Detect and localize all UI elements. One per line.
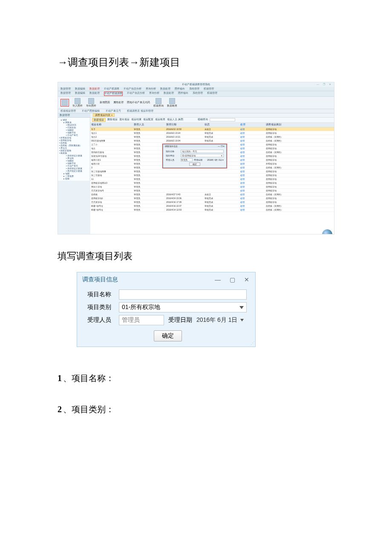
ribbon-group[interactable]: 新增图层 [100, 101, 110, 104]
ribbon-group[interactable]: 导入图件 [72, 98, 83, 107]
project-name-input[interactable] [119, 289, 247, 300]
toolbar-btn[interactable]: 项目配置 [143, 118, 153, 122]
col-date: 受理日期 [165, 123, 204, 127]
ribbon-group[interactable]: 数据检查 [167, 98, 177, 107]
table-row[interactable]: 地主2管理员2016/6/2 10:21审批完成处理自然栋（实测性） [90, 135, 334, 139]
close-icon[interactable]: ✕ [328, 83, 331, 86]
name-input[interactable]: 地主家的一号宅 [181, 150, 224, 153]
ribbon-group[interactable]: 导出图件 [86, 98, 96, 107]
toolbar-btn[interactable]: 退出项目 [119, 118, 130, 122]
tab[interactable]: 数据管理 [61, 87, 71, 90]
list-item-2: 2、项目类别： [58, 404, 334, 415]
query-icon [156, 98, 161, 104]
minimize-icon[interactable]: — [316, 83, 320, 86]
tab[interactable]: 不动产信息分析 [124, 87, 141, 90]
toolbar-btn[interactable]: 项目人员 换图 [167, 118, 183, 122]
window-controls[interactable]: — ▢ ✕ [214, 276, 250, 283]
dlg-win-btns[interactable]: — ❐ ✕ [218, 145, 225, 147]
table-row[interactable]: 自然栋管理员2016/4/27 0:43未提交处理自然栋（实测性） [90, 193, 334, 197]
tab[interactable]: 数据处理 [160, 87, 170, 90]
toolbar-btn[interactable]: 项目检查 [155, 118, 165, 122]
tab[interactable]: 数据处理 [164, 92, 174, 95]
table-row[interactable]: 使用权宗地测试3管理员处理使用权宗地 [90, 181, 334, 185]
tab[interactable]: 查询分析 [146, 87, 156, 90]
table-row[interactable]: 元元家宗地号管理员处理使用权宗地 [90, 189, 334, 193]
tab[interactable]: 图件输出 [178, 92, 188, 95]
date-label: 受理日期 [168, 316, 194, 324]
tab[interactable]: 数据处理 [89, 92, 100, 95]
table-row[interactable]: 车子管理员2016/6/22 10:50未提交处理使用权宗地 [90, 127, 334, 131]
tab[interactable]: 不动产权调查 [104, 87, 119, 90]
ok-button[interactable]: 确定 [154, 330, 182, 341]
tab[interactable]: 查询分析 [149, 92, 159, 95]
table-row[interactable]: 元元家宗地管理员2016/4/16 17:39审批完成处理使用权宗地 [90, 200, 334, 204]
ribbon-tabs-row2[interactable]: 数据管理 数据编辑 数据处理 不动产权籍调查 不动产信息分析 查询分析 数据处理… [58, 91, 334, 96]
table-row[interactable]: 测试小宗地管理员处理使用权宗地 [90, 185, 334, 189]
table-row[interactable]: 张三宅基地测量管理员处理使用权宗地 [90, 170, 334, 173]
ribbon-label: 新增图层 [100, 101, 110, 104]
tab[interactable]: 系统管理 [193, 92, 203, 95]
table-row[interactable]: 11管理员处理使用权宗地 [90, 177, 334, 181]
ribbon-group[interactable]: 权籍查询 [153, 98, 164, 107]
list-toolbar[interactable]: 新建项目 删除项目 退出项目 项目结束 项目配置 项目检查 项目人员 换图 模糊… [90, 118, 334, 123]
table-row[interactable]: 使用权宗地1管理员2016/4/24 23:36审批完成处理使用权宗地 [90, 197, 334, 200]
table-row[interactable]: 张三宅基地管理员处理使用权宗地 [90, 173, 334, 177]
arrow-right-icon: → [58, 56, 68, 68]
main-table-area: 调查项目列表 × 新建项目 删除项目 退出项目 项目结束 项目配置 项目检查 项… [90, 113, 334, 234]
lbl: 项目类别 [166, 154, 179, 157]
table-row[interactable]: 蜂蜜-地/号址管理员2016/4/16 22:37审批完成处理自然栋（实测性） [90, 204, 334, 208]
date-picker[interactable]: 2016年 6月 1日 [196, 316, 244, 324]
new-project-dialog-mini[interactable]: 调查项目信息— ❐ ✕ 项目名称地主家的一号宅 项目类别02-使用权宗地▾ 受理… [163, 144, 227, 168]
arrow-right-icon: → [129, 56, 139, 68]
minimize-icon[interactable]: — [214, 276, 221, 283]
tab[interactable]: 数据管理 [61, 92, 71, 95]
search-input[interactable] [210, 118, 235, 121]
sub-tab[interactable]: 权籍项目管理 [61, 110, 76, 113]
table-row[interactable]: 蜂蜜-地/号址管理员2016/4/14 12:53审批完成处理自然栋（实测性） [90, 208, 334, 212]
doc-tabstrip[interactable]: 调查项目列表 × [90, 113, 334, 118]
tab[interactable]: 权籍管理 [204, 87, 214, 90]
maximize-icon[interactable]: ❐ [322, 83, 326, 86]
date-value[interactable]: 2016年 6月 3日 ▾ [207, 159, 224, 161]
tab-active-highlight[interactable]: 不动产权籍调查 [104, 92, 123, 95]
table-row[interactable]: 蜂蜜-老宅地实测管理员2016/4/14 11:47审批完成处理使用权宗地 [90, 212, 334, 213]
ok-button[interactable]: 确定 [189, 162, 200, 166]
maximize-icon[interactable]: ▢ [229, 276, 236, 283]
sub-tab[interactable]: 不动产单元号 [106, 110, 121, 113]
toolbar-btn[interactable]: 项目结束 [131, 118, 141, 122]
page-icon [62, 100, 68, 106]
window-controls[interactable]: — ❐ ✕ [316, 83, 331, 86]
cat-select[interactable]: 02-使用权宗地▾ [181, 154, 224, 157]
table-body: 车子管理员2016/6/22 10:50未提交处理使用权宗地地主1管理员2016… [90, 127, 334, 213]
tree-node[interactable]: ▸ 权籍 [59, 177, 89, 180]
ribbon-label: 数据检查 [167, 104, 177, 107]
resize-grip-icon[interactable]: ⋰ [251, 341, 254, 345]
close-icon[interactable]: ✕ [243, 276, 250, 283]
ribbon-tabs-row1[interactable]: 数据管理 数据编辑 数据处理 不动产权调查 不动产信息分析 查询分析 数据处理 … [58, 87, 334, 91]
tab[interactable]: 图件输出 [175, 87, 185, 90]
nav-tree[interactable]: ▸ 城镇▸ 调查表• 测试DCS• 行政区划• 地籍区• 地籍子区• 不动产单元… [58, 118, 90, 181]
breadcrumb: →调查项目列表→新建项目 [58, 55, 334, 69]
table-row[interactable]: 地主1管理员2016/6/2 10:24审批完成处理使用权宗地 [90, 131, 334, 135]
tab[interactable]: 数据处理 [89, 87, 100, 90]
person-input[interactable]: 管理员 [119, 315, 164, 325]
tab[interactable]: 系统管理 [189, 87, 199, 90]
tab[interactable]: 不动产信息分析 [127, 92, 145, 95]
tab[interactable]: 权籍管理 [207, 92, 217, 95]
list-item-1: 1、项目名称： [58, 373, 334, 384]
col-status: 状态 [204, 123, 239, 127]
tab[interactable]: 数据编辑 [75, 92, 85, 95]
tab[interactable]: 数据编辑 [75, 87, 85, 90]
table-row[interactable]: 001宅基地测量管理员2016/6/2 10:04审批完成处理自然栋（实测性） [90, 139, 334, 143]
ribbon-group[interactable]: 属性处理 [113, 101, 124, 104]
ribbon-group[interactable] [62, 100, 68, 106]
project-category-select[interactable]: 01-所有权宗地 [119, 302, 247, 312]
toolbar-btn[interactable]: 删除项目 [107, 118, 118, 122]
ribbon-group[interactable]: 图地不动产单元代码 [127, 101, 150, 104]
new-project-button[interactable]: 新建项目 [92, 118, 106, 122]
person-input[interactable]: 管理员 [181, 158, 193, 162]
sub-tab[interactable]: 不动产图形编辑 [82, 110, 100, 113]
sub-tab[interactable]: 权籍调查表 项目和管理 [127, 110, 153, 113]
cat-value: 02-使用权宗地 [181, 154, 196, 157]
tab-active[interactable]: 调查项目列表 × [93, 113, 115, 117]
